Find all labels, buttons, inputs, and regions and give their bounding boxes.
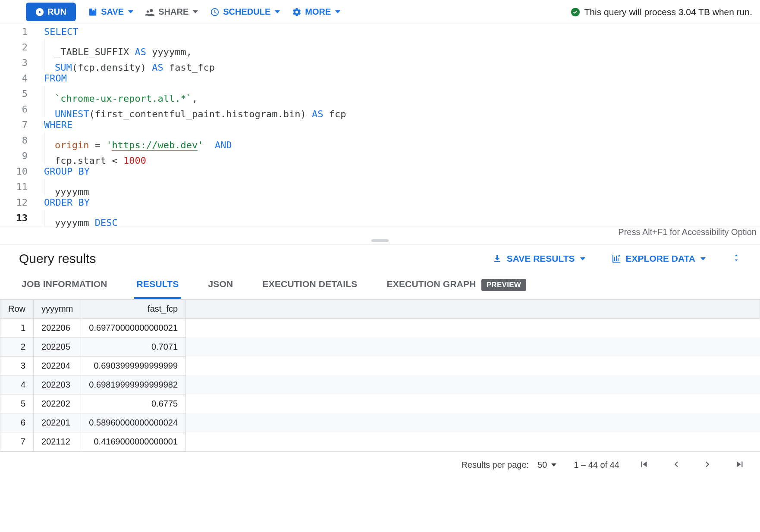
code-line[interactable]: 5`chrome-ux-report.all.*`, (0, 86, 760, 102)
tab-json[interactable]: JSON (205, 271, 236, 299)
tab-execution-details[interactable]: EXECUTION DETAILS (260, 271, 360, 299)
cell-row: 1 (0, 319, 34, 338)
more-button[interactable]: MORE (292, 7, 340, 17)
table-row[interactable]: 22022050.7071 (0, 338, 760, 357)
explore-data-button[interactable]: EXPLORE DATA (611, 253, 706, 264)
line-number: 3 (0, 55, 34, 71)
next-page-button[interactable] (700, 457, 715, 473)
code-text: _TABLE_SUFFIX AS yyyymm, (34, 40, 192, 55)
cell-yyyymm: 202206 (34, 319, 81, 338)
rows-per-page-select[interactable]: 50 (537, 460, 556, 470)
caret-down-icon (275, 10, 280, 13)
check-circle-icon (571, 7, 580, 17)
prev-page-button[interactable] (669, 457, 683, 473)
run-button[interactable]: RUN (26, 3, 76, 21)
line-number: 4 (0, 71, 34, 86)
query-action-bar: RUN SAVE SHARE SCHEDULE MORE This query … (0, 0, 760, 24)
code-text: SUM(fcp.density) AS fast_fcp (34, 55, 215, 71)
table-row[interactable]: 72021120.4169000000000001 (0, 432, 760, 451)
results-table: Rowyyyymmfast_fcp 12022060.6977000000000… (0, 299, 760, 451)
code-line[interactable]: 2_TABLE_SUFFIX AS yyyymm, (0, 40, 760, 55)
table-row[interactable]: 52022020.6775 (0, 394, 760, 413)
sql-editor[interactable]: 1SELECT2_TABLE_SUFFIX AS yyyymm,3SUM(fcp… (0, 24, 760, 226)
chevron-right-icon (702, 459, 713, 470)
validator-text: This query will process 3.04 TB when run… (584, 7, 752, 17)
caret-down-icon (193, 10, 198, 13)
share-button[interactable]: SHARE (145, 7, 198, 17)
table-row[interactable]: 62022010.58960000000000024 (0, 413, 760, 432)
download-icon (492, 253, 502, 264)
cell-fast-fcp: 0.58960000000000024 (81, 413, 186, 432)
line-number: 13 (0, 210, 34, 226)
code-text: `chrome-ux-report.all.*`, (34, 86, 198, 102)
code-text: SELECT (34, 24, 78, 40)
results-title: Query results (19, 252, 96, 265)
table-row[interactable]: 32022040.6903999999999999 (0, 357, 760, 376)
tab-results[interactable]: RESULTS (134, 271, 182, 299)
chevron-left-icon (670, 459, 681, 470)
first-page-icon (638, 459, 650, 470)
code-line[interactable]: 8origin = 'https://web.dev' AND (0, 133, 760, 148)
code-line[interactable]: 10GROUP BY (0, 164, 760, 179)
code-line[interactable]: 1SELECT (0, 24, 760, 40)
cell-row: 3 (0, 357, 34, 376)
tab-job-information[interactable]: JOB INFORMATION (19, 271, 110, 299)
clock-icon (210, 7, 220, 17)
code-text: yyyymm (34, 179, 89, 195)
code-line[interactable]: 6UNNEST(first_contentful_paint.histogram… (0, 102, 760, 117)
cell-yyyymm: 202112 (34, 432, 81, 451)
save-label: SAVE (101, 7, 124, 17)
table-row[interactable]: 12022060.69770000000000021 (0, 319, 760, 338)
column-header[interactable]: Row (0, 300, 34, 319)
cell-fast-fcp: 0.6903999999999999 (81, 357, 186, 376)
line-number: 1 (0, 24, 34, 40)
panel-resize-handle[interactable] (0, 238, 760, 244)
share-icon (145, 7, 155, 17)
code-text: origin = 'https://web.dev' AND (34, 133, 232, 148)
cell-fast-fcp: 0.69770000000000021 (81, 319, 186, 338)
first-page-button[interactable] (637, 457, 651, 473)
run-button-label: RUN (47, 7, 66, 17)
line-number: 10 (0, 164, 34, 179)
code-text: FROM (34, 71, 67, 86)
save-results-button[interactable]: SAVE RESULTS (492, 253, 585, 264)
caret-down-icon (580, 257, 585, 260)
column-header[interactable]: yyyymm (34, 300, 81, 319)
schedule-button[interactable]: SCHEDULE (210, 7, 280, 17)
code-line[interactable]: 3SUM(fcp.density) AS fast_fcp (0, 55, 760, 71)
expand-collapse-button[interactable] (732, 253, 741, 265)
tab-execution-graph[interactable]: EXECUTION GRAPH (384, 271, 476, 299)
save-query-button[interactable]: SAVE (88, 7, 133, 17)
code-line[interactable]: 4FROM (0, 71, 760, 86)
expand-icon (732, 253, 741, 263)
code-text: fcp.start < 1000 (34, 148, 146, 164)
last-page-icon (734, 459, 745, 470)
code-line[interactable]: 7WHERE (0, 117, 760, 133)
query-validator: This query will process 3.04 TB when run… (571, 7, 752, 17)
code-line[interactable]: 11yyyymm (0, 179, 760, 195)
line-number: 8 (0, 133, 34, 148)
cell-row: 6 (0, 413, 34, 432)
code-line[interactable]: 9fcp.start < 1000 (0, 148, 760, 164)
play-icon (35, 8, 44, 16)
caret-down-icon (335, 10, 340, 13)
explore-data-label: EXPLORE DATA (626, 253, 695, 264)
last-page-button[interactable] (732, 457, 747, 473)
save-icon (88, 7, 97, 17)
cell-fast-fcp: 0.69819999999999982 (81, 376, 186, 394)
preview-badge: PREVIEW (481, 279, 527, 291)
code-line[interactable]: 13yyyymm DESC (0, 210, 760, 226)
column-header[interactable]: fast_fcp (81, 300, 186, 319)
results-table-wrap: Rowyyyymmfast_fcp 12022060.6977000000000… (0, 299, 760, 451)
table-row[interactable]: 42022030.69819999999999982 (0, 376, 760, 394)
cell-yyyymm: 202205 (34, 338, 81, 357)
caret-down-icon (700, 257, 706, 260)
line-number: 12 (0, 195, 34, 210)
save-results-label: SAVE RESULTS (507, 253, 575, 264)
code-text: GROUP BY (34, 164, 90, 179)
code-line[interactable]: 12ORDER BY (0, 195, 760, 210)
rows-per-page-label: Results per page: (461, 460, 529, 470)
page-range: 1 – 44 of 44 (574, 460, 619, 470)
code-text: WHERE (34, 117, 72, 133)
schedule-label: SCHEDULE (223, 7, 270, 17)
